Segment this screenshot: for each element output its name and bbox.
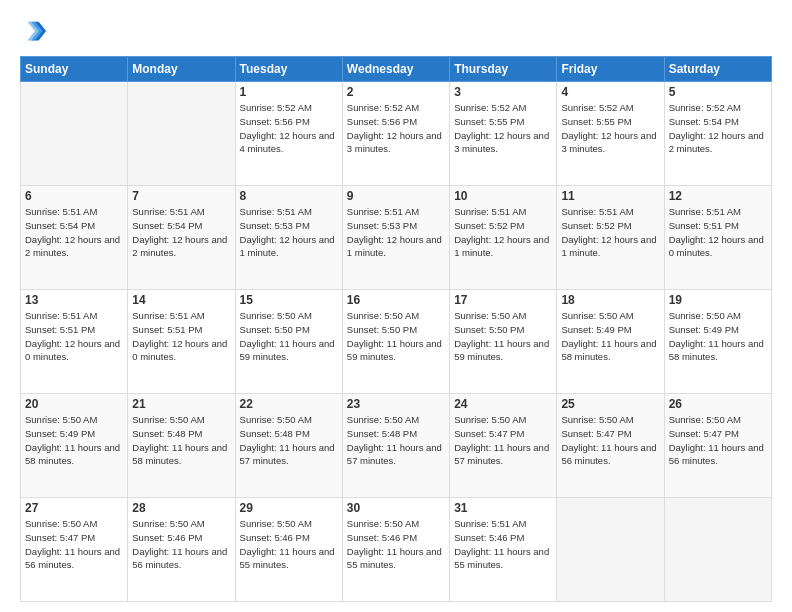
calendar-cell: 25Sunrise: 5:50 AM Sunset: 5:47 PM Dayli… [557,394,664,498]
calendar-week-row: 27Sunrise: 5:50 AM Sunset: 5:47 PM Dayli… [21,498,772,602]
day-info: Sunrise: 5:52 AM Sunset: 5:55 PM Dayligh… [561,101,659,156]
day-info: Sunrise: 5:50 AM Sunset: 5:47 PM Dayligh… [669,413,767,468]
page: SundayMondayTuesdayWednesdayThursdayFrid… [0,0,792,612]
calendar-cell: 29Sunrise: 5:50 AM Sunset: 5:46 PM Dayli… [235,498,342,602]
day-info: Sunrise: 5:52 AM Sunset: 5:55 PM Dayligh… [454,101,552,156]
day-info: Sunrise: 5:51 AM Sunset: 5:53 PM Dayligh… [347,205,445,260]
weekday-header-thursday: Thursday [450,57,557,82]
day-info: Sunrise: 5:51 AM Sunset: 5:53 PM Dayligh… [240,205,338,260]
calendar-cell: 26Sunrise: 5:50 AM Sunset: 5:47 PM Dayli… [664,394,771,498]
calendar-cell: 1Sunrise: 5:52 AM Sunset: 5:56 PM Daylig… [235,82,342,186]
day-number: 4 [561,85,659,99]
day-number: 5 [669,85,767,99]
day-number: 12 [669,189,767,203]
calendar-cell [664,498,771,602]
day-info: Sunrise: 5:50 AM Sunset: 5:48 PM Dayligh… [240,413,338,468]
calendar-cell: 18Sunrise: 5:50 AM Sunset: 5:49 PM Dayli… [557,290,664,394]
calendar-week-row: 13Sunrise: 5:51 AM Sunset: 5:51 PM Dayli… [21,290,772,394]
calendar-cell: 14Sunrise: 5:51 AM Sunset: 5:51 PM Dayli… [128,290,235,394]
calendar-cell [21,82,128,186]
calendar-cell: 3Sunrise: 5:52 AM Sunset: 5:55 PM Daylig… [450,82,557,186]
day-info: Sunrise: 5:50 AM Sunset: 5:49 PM Dayligh… [561,309,659,364]
day-number: 8 [240,189,338,203]
day-info: Sunrise: 5:52 AM Sunset: 5:54 PM Dayligh… [669,101,767,156]
calendar-cell: 30Sunrise: 5:50 AM Sunset: 5:46 PM Dayli… [342,498,449,602]
calendar-cell: 16Sunrise: 5:50 AM Sunset: 5:50 PM Dayli… [342,290,449,394]
day-info: Sunrise: 5:51 AM Sunset: 5:54 PM Dayligh… [132,205,230,260]
calendar-cell: 10Sunrise: 5:51 AM Sunset: 5:52 PM Dayli… [450,186,557,290]
calendar-cell: 6Sunrise: 5:51 AM Sunset: 5:54 PM Daylig… [21,186,128,290]
calendar-cell: 28Sunrise: 5:50 AM Sunset: 5:46 PM Dayli… [128,498,235,602]
calendar-cell: 21Sunrise: 5:50 AM Sunset: 5:48 PM Dayli… [128,394,235,498]
day-number: 21 [132,397,230,411]
day-info: Sunrise: 5:51 AM Sunset: 5:51 PM Dayligh… [132,309,230,364]
weekday-header-monday: Monday [128,57,235,82]
calendar-week-row: 6Sunrise: 5:51 AM Sunset: 5:54 PM Daylig… [21,186,772,290]
day-number: 6 [25,189,123,203]
day-info: Sunrise: 5:50 AM Sunset: 5:50 PM Dayligh… [347,309,445,364]
day-info: Sunrise: 5:50 AM Sunset: 5:48 PM Dayligh… [347,413,445,468]
day-info: Sunrise: 5:50 AM Sunset: 5:48 PM Dayligh… [132,413,230,468]
day-number: 25 [561,397,659,411]
calendar-cell: 2Sunrise: 5:52 AM Sunset: 5:56 PM Daylig… [342,82,449,186]
day-info: Sunrise: 5:51 AM Sunset: 5:51 PM Dayligh… [669,205,767,260]
calendar-cell: 22Sunrise: 5:50 AM Sunset: 5:48 PM Dayli… [235,394,342,498]
calendar-cell: 19Sunrise: 5:50 AM Sunset: 5:49 PM Dayli… [664,290,771,394]
day-info: Sunrise: 5:50 AM Sunset: 5:49 PM Dayligh… [669,309,767,364]
day-number: 28 [132,501,230,515]
day-number: 15 [240,293,338,307]
weekday-header-saturday: Saturday [664,57,771,82]
calendar-cell: 15Sunrise: 5:50 AM Sunset: 5:50 PM Dayli… [235,290,342,394]
calendar-cell: 4Sunrise: 5:52 AM Sunset: 5:55 PM Daylig… [557,82,664,186]
logo-icon [20,18,48,46]
day-number: 31 [454,501,552,515]
day-number: 11 [561,189,659,203]
day-number: 26 [669,397,767,411]
day-info: Sunrise: 5:51 AM Sunset: 5:54 PM Dayligh… [25,205,123,260]
calendar-week-row: 20Sunrise: 5:50 AM Sunset: 5:49 PM Dayli… [21,394,772,498]
day-number: 17 [454,293,552,307]
calendar-cell: 9Sunrise: 5:51 AM Sunset: 5:53 PM Daylig… [342,186,449,290]
calendar-cell [128,82,235,186]
day-number: 3 [454,85,552,99]
day-number: 10 [454,189,552,203]
day-info: Sunrise: 5:51 AM Sunset: 5:51 PM Dayligh… [25,309,123,364]
day-info: Sunrise: 5:52 AM Sunset: 5:56 PM Dayligh… [347,101,445,156]
calendar-cell [557,498,664,602]
calendar-cell: 13Sunrise: 5:51 AM Sunset: 5:51 PM Dayli… [21,290,128,394]
day-info: Sunrise: 5:50 AM Sunset: 5:49 PM Dayligh… [25,413,123,468]
day-info: Sunrise: 5:51 AM Sunset: 5:52 PM Dayligh… [454,205,552,260]
calendar-cell: 31Sunrise: 5:51 AM Sunset: 5:46 PM Dayli… [450,498,557,602]
day-number: 18 [561,293,659,307]
day-number: 29 [240,501,338,515]
day-info: Sunrise: 5:50 AM Sunset: 5:46 PM Dayligh… [240,517,338,572]
day-number: 2 [347,85,445,99]
day-info: Sunrise: 5:50 AM Sunset: 5:50 PM Dayligh… [240,309,338,364]
calendar-cell: 17Sunrise: 5:50 AM Sunset: 5:50 PM Dayli… [450,290,557,394]
day-number: 23 [347,397,445,411]
calendar-cell: 20Sunrise: 5:50 AM Sunset: 5:49 PM Dayli… [21,394,128,498]
calendar-week-row: 1Sunrise: 5:52 AM Sunset: 5:56 PM Daylig… [21,82,772,186]
calendar-cell: 5Sunrise: 5:52 AM Sunset: 5:54 PM Daylig… [664,82,771,186]
day-info: Sunrise: 5:50 AM Sunset: 5:47 PM Dayligh… [25,517,123,572]
day-number: 30 [347,501,445,515]
day-number: 22 [240,397,338,411]
calendar-cell: 8Sunrise: 5:51 AM Sunset: 5:53 PM Daylig… [235,186,342,290]
calendar-cell: 27Sunrise: 5:50 AM Sunset: 5:47 PM Dayli… [21,498,128,602]
calendar-cell: 11Sunrise: 5:51 AM Sunset: 5:52 PM Dayli… [557,186,664,290]
day-number: 13 [25,293,123,307]
day-info: Sunrise: 5:50 AM Sunset: 5:47 PM Dayligh… [561,413,659,468]
day-number: 14 [132,293,230,307]
weekday-header-wednesday: Wednesday [342,57,449,82]
calendar-table: SundayMondayTuesdayWednesdayThursdayFrid… [20,56,772,602]
logo [20,18,52,46]
day-number: 9 [347,189,445,203]
calendar-cell: 7Sunrise: 5:51 AM Sunset: 5:54 PM Daylig… [128,186,235,290]
calendar-cell: 12Sunrise: 5:51 AM Sunset: 5:51 PM Dayli… [664,186,771,290]
day-info: Sunrise: 5:51 AM Sunset: 5:52 PM Dayligh… [561,205,659,260]
day-info: Sunrise: 5:50 AM Sunset: 5:50 PM Dayligh… [454,309,552,364]
day-info: Sunrise: 5:51 AM Sunset: 5:46 PM Dayligh… [454,517,552,572]
day-number: 19 [669,293,767,307]
calendar-cell: 24Sunrise: 5:50 AM Sunset: 5:47 PM Dayli… [450,394,557,498]
day-number: 1 [240,85,338,99]
